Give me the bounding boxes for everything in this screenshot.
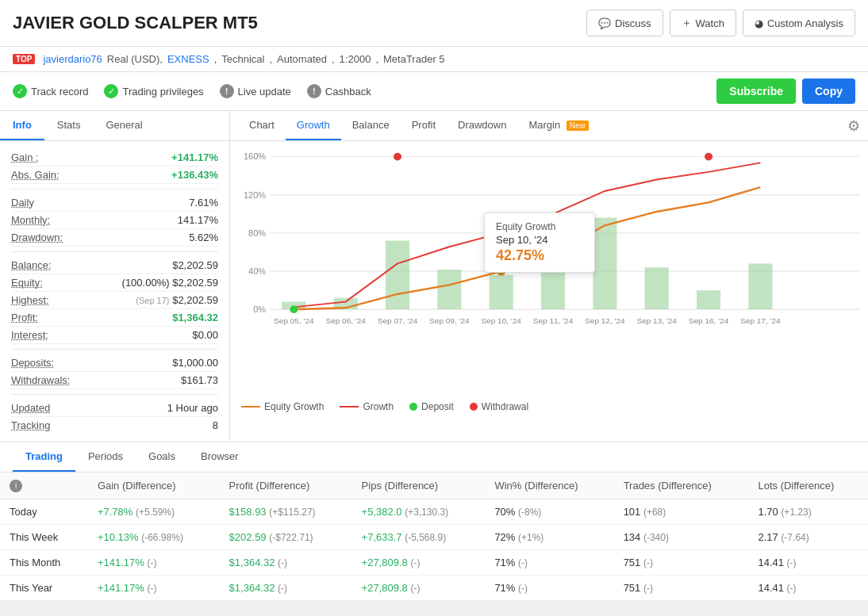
th-lots: Lots (Difference) bbox=[748, 473, 868, 499]
svg-point-24 bbox=[497, 266, 506, 276]
legend-growth: Growth bbox=[340, 401, 394, 412]
row-profit: $1,364.32 (-) bbox=[220, 549, 352, 575]
svg-rect-13 bbox=[437, 270, 461, 309]
tracking-value: 8 bbox=[213, 419, 218, 431]
trading-table: i Gain (Difference) Profit (Difference) … bbox=[0, 473, 868, 600]
svg-point-23 bbox=[705, 153, 712, 161]
svg-rect-15 bbox=[541, 256, 565, 309]
info-panel: Gain : +141.17% Abs. Gain: +136.43% Dail… bbox=[0, 141, 229, 442]
analysis-icon: ◕ bbox=[755, 17, 763, 29]
chart-svg: 160% 120% 80% 40% 0% bbox=[238, 149, 860, 355]
bottom-tab-browser[interactable]: Browser bbox=[188, 442, 252, 472]
th-trades: Trades (Difference) bbox=[614, 473, 749, 499]
row-win: 72% (+1%) bbox=[485, 524, 613, 549]
row-trades: 134 (-340) bbox=[614, 524, 749, 549]
profit-label: Profit: bbox=[11, 312, 38, 323]
svg-text:Sep 17, '24: Sep 17, '24 bbox=[740, 316, 781, 325]
highest-row: Highest: (Sep 17) $2,202.59 bbox=[11, 292, 218, 309]
row-label: This Year bbox=[0, 575, 88, 600]
equity-growth-line bbox=[241, 406, 260, 407]
account-type: Real (USD), bbox=[107, 53, 163, 65]
subscribe-button[interactable]: Subscribe bbox=[716, 78, 796, 104]
legend-withdrawal-label: Withdrawal bbox=[482, 401, 528, 412]
withdrawals-row: Withdrawals: $161.73 bbox=[11, 372, 218, 389]
chart-tab-margin[interactable]: Margin New bbox=[517, 111, 599, 140]
row-label: This Month bbox=[0, 549, 88, 575]
legend-growth-label: Growth bbox=[363, 401, 394, 412]
profit-value: $1,364.32 bbox=[172, 312, 218, 323]
bottom-tab-trading[interactable]: Trading bbox=[13, 442, 75, 472]
filter-icon[interactable]: ⚙ bbox=[847, 117, 860, 135]
watch-button[interactable]: ＋ Watch bbox=[670, 10, 736, 36]
equity-row: Equity: (100.00%) $2,202.59 bbox=[11, 274, 218, 292]
track-record-label: Track record bbox=[31, 86, 88, 98]
tab-stats[interactable]: Stats bbox=[44, 111, 94, 140]
copy-button[interactable]: Copy bbox=[802, 78, 855, 104]
chart-tab-balance[interactable]: Balance bbox=[341, 111, 401, 140]
balance-label: Balance: bbox=[11, 259, 52, 271]
legend-equity-growth: Equity Growth bbox=[241, 401, 324, 412]
info-icon: i bbox=[10, 480, 22, 492]
row-trades: 751 (-) bbox=[614, 549, 749, 575]
deposits-label: Deposits: bbox=[11, 357, 54, 369]
header-actions: 💬 Discuss ＋ Watch ◕ Custom Analysis bbox=[586, 10, 855, 36]
highest-value: (Sep 17) $2,202.59 bbox=[136, 294, 218, 306]
daily-label: Daily bbox=[11, 197, 34, 209]
automated: Automated bbox=[277, 53, 327, 65]
svg-text:Sep 11, '24: Sep 11, '24 bbox=[533, 316, 574, 325]
chart-legend: Equity Growth Growth Deposit Withdrawal bbox=[230, 395, 868, 419]
withdrawals-label: Withdrawals: bbox=[11, 374, 70, 386]
bottom-tab-goals[interactable]: Goals bbox=[136, 442, 188, 472]
page-title: JAVIER GOLD SCALPER MT5 bbox=[13, 13, 258, 33]
bottom-tab-periods[interactable]: Periods bbox=[75, 442, 136, 472]
row-win: 71% (-) bbox=[485, 549, 613, 575]
discuss-button[interactable]: 💬 Discuss bbox=[586, 10, 663, 36]
tab-general[interactable]: General bbox=[93, 111, 155, 140]
table-row: Today +7.78% (+5.59%) $158.93 (+$115.27)… bbox=[0, 499, 868, 524]
bottom-tabs: Trading Periods Goals Browser bbox=[0, 442, 868, 473]
warn-icon-2: ! bbox=[307, 84, 321, 98]
chart-tab-drawdown[interactable]: Drawdown bbox=[447, 111, 517, 140]
broker-link[interactable]: EXNESS bbox=[167, 53, 209, 65]
discuss-icon: 💬 bbox=[598, 17, 611, 29]
username-link[interactable]: javierdario76 bbox=[43, 53, 102, 65]
highest-label: Highest: bbox=[11, 294, 49, 306]
th-info: i bbox=[0, 473, 88, 499]
deposits-row: Deposits: $1,000.00 bbox=[11, 354, 218, 372]
row-lots: 2.17 (-7.64) bbox=[748, 524, 868, 549]
separator: , bbox=[214, 53, 217, 65]
th-win: Win% (Difference) bbox=[485, 473, 613, 499]
action-buttons: Subscribe Copy bbox=[716, 78, 855, 104]
top-badge: TOP bbox=[13, 54, 35, 64]
svg-text:Sep 12, '24: Sep 12, '24 bbox=[585, 316, 625, 325]
chart-tab-profit[interactable]: Profit bbox=[401, 111, 447, 140]
status-items: ✓ Track record ✓ Trading privileges ! Li… bbox=[13, 84, 371, 98]
custom-analysis-button[interactable]: ◕ Custom Analysis bbox=[743, 10, 855, 36]
svg-text:80%: 80% bbox=[248, 228, 266, 238]
watch-icon: ＋ bbox=[682, 16, 692, 30]
monthly-row: Monthly: 141.17% bbox=[11, 212, 218, 229]
row-label: This Week bbox=[0, 524, 88, 549]
svg-text:Sep 16, '24: Sep 16, '24 bbox=[689, 316, 729, 325]
gain-label: Gain : bbox=[11, 151, 39, 163]
deposit-dot bbox=[409, 403, 417, 411]
tracking-label: Tracking bbox=[11, 419, 50, 431]
updated-value: 1 Hour ago bbox=[167, 402, 218, 414]
row-pips: +27,809.8 (-) bbox=[352, 549, 486, 575]
abs-gain-row: Abs. Gain: +136.43% bbox=[11, 166, 218, 184]
row-win: 70% (-8%) bbox=[485, 499, 613, 524]
svg-point-22 bbox=[394, 153, 401, 161]
abs-gain-value: +136.43% bbox=[171, 169, 218, 181]
tab-info[interactable]: Info bbox=[0, 111, 44, 140]
row-lots: 1.70 (+1.23) bbox=[748, 499, 868, 524]
svg-text:Sep 05, '24: Sep 05, '24 bbox=[274, 316, 314, 325]
svg-rect-18 bbox=[697, 290, 720, 309]
chart-tab-growth[interactable]: Growth bbox=[286, 111, 341, 140]
new-badge: New bbox=[567, 121, 589, 131]
row-trades: 101 (+68) bbox=[614, 499, 749, 524]
legend-deposit: Deposit bbox=[409, 401, 454, 412]
bottom-section: Trading Periods Goals Browser i Gain (Di… bbox=[0, 442, 868, 600]
tracking-row: Tracking 8 bbox=[11, 417, 218, 434]
chart-tab-chart[interactable]: Chart bbox=[238, 111, 286, 140]
svg-text:Sep 07, '24: Sep 07, '24 bbox=[378, 316, 418, 325]
